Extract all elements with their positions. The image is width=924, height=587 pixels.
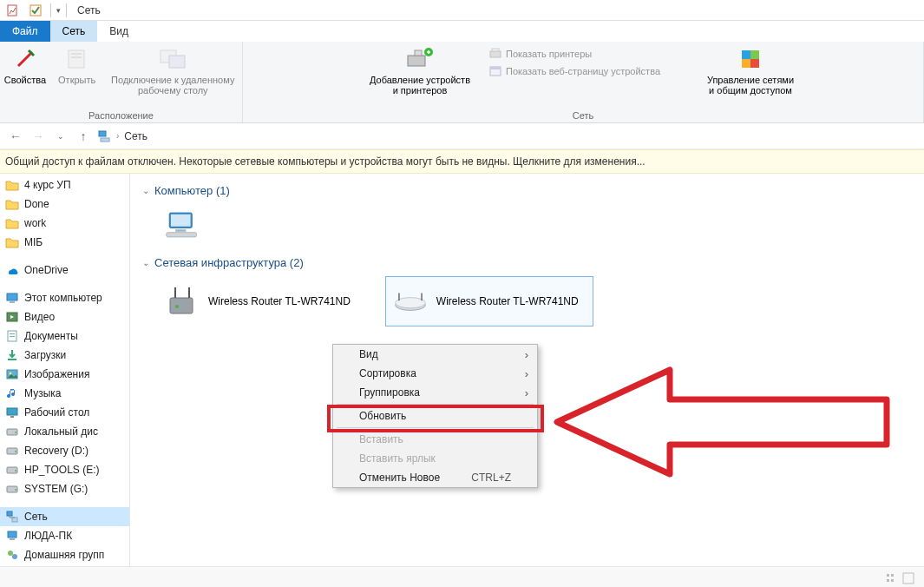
svg-rect-61 — [903, 573, 914, 584]
nav-item[interactable]: OneDrive — [0, 261, 129, 280]
svg-point-36 — [15, 470, 16, 472]
drive-icon — [5, 463, 19, 477]
printer-icon — [488, 47, 502, 61]
annotation-arrow-icon — [548, 361, 895, 483]
sharing-notice-text: Общий доступ к файлам отключен. Некоторы… — [5, 155, 645, 168]
nav-recent-dropdown[interactable]: ⌄ — [52, 128, 69, 145]
ctx-sort[interactable]: Сортировка — [333, 364, 537, 383]
nav-item[interactable]: 4 курс УП — [0, 175, 129, 195]
status-bar — [0, 566, 924, 587]
nav-item[interactable]: HP_TOOLS (E:) — [0, 460, 129, 479]
svg-rect-20 — [7, 294, 17, 300]
svg-rect-40 — [12, 518, 17, 522]
svg-rect-24 — [10, 333, 15, 334]
tab-view[interactable]: Вид — [97, 21, 141, 42]
docs-icon — [5, 329, 19, 343]
ctx-paste-shortcut: Вставить ярлык — [333, 449, 537, 468]
chevron-down-icon: ⌄ — [142, 258, 149, 267]
nav-item[interactable]: ЛЮДА-ПК — [0, 526, 129, 545]
nav-item-label: 4 курс УП — [24, 179, 71, 191]
group-computer-title: Компьютер (1) — [154, 184, 230, 197]
svg-rect-42 — [10, 538, 15, 540]
ribbon-rdp-label: Подключение к удаленному рабочему столу — [111, 75, 234, 96]
properties-icon — [11, 45, 39, 73]
nav-item[interactable]: Recovery (D:) — [0, 441, 129, 460]
nav-item[interactable]: work — [0, 214, 129, 233]
svg-rect-6 — [169, 56, 185, 68]
router-tile-2-label: Wireless Router TL-WR741ND — [436, 295, 579, 307]
svg-rect-7 — [408, 56, 425, 66]
svg-point-32 — [15, 432, 16, 433]
sharing-notice-bar[interactable]: Общий доступ к файлам отключен. Некоторы… — [0, 149, 924, 174]
open-icon — [63, 45, 91, 73]
nav-item[interactable]: Загрузки — [0, 346, 129, 365]
drive-icon — [5, 444, 19, 458]
computer-icon — [165, 208, 200, 242]
ribbon-rdp: Подключение к удаленному рабочему столу — [108, 45, 238, 96]
ctx-undo[interactable]: Отменить НовоеCTRL+Z — [333, 468, 537, 487]
nav-item[interactable]: Этот компьютер — [0, 288, 129, 307]
nav-item-label: Загрузки — [24, 349, 66, 361]
ctx-refresh[interactable]: Обновить — [333, 406, 537, 425]
nav-item-label: Музыка — [24, 387, 61, 399]
ribbon-small-stack: Показать принтеры Показать веб-страницу … — [488, 45, 660, 78]
group-header-infra[interactable]: ⌄ Сетевая инфраструктура (2) — [142, 256, 912, 269]
ctx-separator — [337, 427, 534, 428]
computer-icon — [5, 529, 19, 543]
svg-rect-39 — [7, 511, 12, 516]
svg-point-43 — [8, 551, 13, 556]
ribbon-add-devices[interactable]: Добавление устройств и принтеров — [364, 45, 476, 96]
tab-network[interactable]: Сеть — [50, 21, 98, 42]
nav-back-button[interactable]: ← — [7, 128, 24, 145]
tab-file[interactable]: Файл — [0, 21, 50, 42]
nav-item[interactable]: Изображения — [0, 365, 129, 384]
ribbon-tabs: Файл Сеть Вид — [0, 21, 924, 42]
router-tile-1[interactable]: Wireless Router TL-WR741ND — [161, 276, 354, 326]
nav-item-label: OneDrive — [24, 264, 69, 276]
svg-rect-57 — [887, 574, 889, 577]
qat-properties-icon[interactable] — [3, 2, 23, 19]
ribbon-manage-networks[interactable]: Управление сетями и общим доступом — [698, 45, 803, 96]
nav-item[interactable]: Рабочий стол — [0, 403, 129, 422]
qat-customize-icon[interactable]: ▾ — [56, 6, 61, 15]
nav-item[interactable]: МІБ — [0, 233, 129, 252]
nav-item[interactable]: Домашняя групп — [0, 545, 129, 564]
ribbon-show-device-page-label: Показать веб-страницу устройства — [506, 66, 660, 76]
ctx-group[interactable]: Группировка — [333, 383, 537, 402]
nav-item[interactable]: SYSTEM (G:) — [0, 479, 129, 498]
nav-item[interactable]: Локальный дис — [0, 422, 129, 441]
computer-tile[interactable] — [161, 204, 203, 246]
qat-check-icon[interactable] — [26, 2, 45, 19]
router-tile-2[interactable]: Wireless Router TL-WR741ND — [385, 276, 593, 326]
nav-item-label: Done — [24, 198, 49, 210]
svg-rect-17 — [750, 59, 759, 68]
breadcrumb-network[interactable]: Сеть — [124, 130, 147, 142]
svg-rect-21 — [10, 301, 15, 303]
svg-point-38 — [15, 489, 16, 491]
ribbon-properties[interactable]: Свойства — [4, 45, 46, 85]
folder-icon — [5, 197, 19, 211]
context-menu: Вид Сортировка Группировка Обновить Вста… — [332, 344, 538, 488]
nav-up-button[interactable]: ↑ — [75, 128, 92, 145]
nav-item-label: Видео — [24, 311, 55, 323]
router-icon — [393, 284, 428, 319]
nav-item[interactable]: Музыка — [0, 384, 129, 403]
nav-item[interactable]: Сеть — [0, 507, 129, 526]
nav-item[interactable]: Документы — [0, 326, 129, 346]
nav-item[interactable]: Видео — [0, 307, 129, 326]
address-bar: ← → ⌄ ↑ › Сеть — [0, 123, 924, 149]
nav-item-label: HP_TOOLS (E:) — [24, 464, 99, 476]
device-page-icon — [488, 64, 502, 78]
network-location-icon — [97, 129, 111, 143]
view-switcher[interactable] — [886, 571, 917, 585]
nav-pane[interactable]: 4 курс УПDoneworkМІБOneDriveЭтот компьют… — [0, 174, 130, 566]
svg-point-52 — [175, 305, 179, 308]
ctx-view[interactable]: Вид — [333, 345, 537, 364]
nav-item[interactable]: Done — [0, 195, 129, 214]
pc-icon — [5, 291, 19, 305]
ribbon-add-devices-label: Добавление устройств и принтеров — [370, 75, 470, 96]
group-header-computer[interactable]: ⌄ Компьютер (1) — [142, 184, 912, 197]
router-tile-1-label: Wireless Router TL-WR741ND — [208, 295, 351, 307]
drive-icon — [5, 425, 19, 439]
svg-rect-13 — [490, 67, 501, 69]
